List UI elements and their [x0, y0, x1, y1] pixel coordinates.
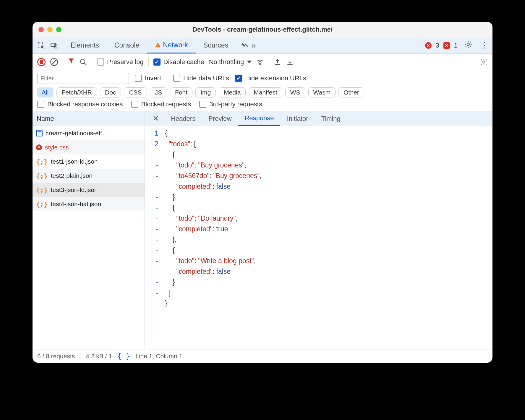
detail-tab-preview[interactable]: Preview — [202, 111, 238, 126]
blocked-requests-checkbox[interactable]: Blocked requests — [131, 100, 191, 108]
detail-tab-initiator[interactable]: Initiator — [280, 111, 315, 126]
request-row[interactable]: {;}test1-json-ld.json — [33, 154, 145, 169]
svg-point-8 — [260, 64, 261, 65]
disable-cache-checkbox[interactable]: Disable cache — [153, 58, 204, 66]
request-row[interactable]: {;}test4-json-hal.json — [33, 197, 145, 211]
clear-button[interactable] — [50, 58, 58, 66]
type-chip-manifest[interactable]: Manifest — [249, 87, 282, 97]
tab-console[interactable]: Console — [107, 37, 147, 53]
request-list-header: Name — [33, 111, 145, 126]
line-gutter: 12--------------- — [145, 128, 163, 349]
status-transfer: 4.2 kB / 1 — [86, 353, 112, 360]
svg-rect-3 — [158, 44, 158, 46]
document-icon — [36, 130, 43, 136]
error-count: 3 — [436, 42, 439, 49]
request-row[interactable]: {;}test3-json-ld.json — [33, 183, 145, 197]
request-row[interactable]: ✕style.css — [33, 140, 145, 154]
detail-tab-headers[interactable]: Headers — [164, 111, 202, 126]
type-chip-fetchxhr[interactable]: Fetch/XHR — [56, 87, 97, 97]
minimize-window-button[interactable] — [47, 27, 53, 32]
response-viewer: 12--------------- { "todos": [ { "todo":… — [145, 126, 492, 349]
detail-tab-response[interactable]: Response — [238, 111, 280, 126]
detail-tabs: ✕ HeadersPreviewResponseInitiatorTiming — [145, 111, 492, 126]
hide-data-urls-checkbox[interactable]: Hide data URLs — [173, 74, 229, 82]
detail-pane: ✕ HeadersPreviewResponseInitiatorTiming … — [145, 111, 492, 349]
statusbar: 6 / 8 requests 4.2 kB / 1 { } Line 1, Co… — [33, 349, 492, 363]
issue-count: 1 — [454, 42, 458, 49]
request-list-column: Name cream-gelatinous-eff…✕style.css{;}t… — [33, 111, 145, 349]
window-title: DevTools - cream-gelatinous-effect.glitc… — [33, 26, 492, 33]
settings-button[interactable] — [460, 40, 477, 51]
error-icon: ✕ — [36, 144, 42, 150]
request-row[interactable]: cream-gelatinous-eff… — [33, 126, 145, 140]
devtools-window: DevTools - cream-gelatinous-effect.glitc… — [33, 22, 492, 363]
type-chip-wasm[interactable]: Wasm — [308, 87, 336, 97]
status-requests: 6 / 8 requests — [37, 353, 75, 360]
svg-point-6 — [80, 59, 85, 64]
download-har-icon[interactable] — [286, 58, 294, 66]
device-toggle-icon[interactable] — [50, 42, 58, 49]
kebab-menu-button[interactable]: ⋮ — [477, 41, 492, 50]
tab-sources[interactable]: Sources — [196, 37, 236, 53]
titlebar: DevTools - cream-gelatinous-effect.glitc… — [33, 22, 492, 37]
close-window-button[interactable] — [38, 27, 44, 32]
json-icon: {;} — [36, 158, 48, 165]
svg-point-5 — [467, 43, 469, 45]
more-tabs-button[interactable]: » — [236, 41, 261, 50]
pretty-print-icon[interactable]: { } — [117, 352, 130, 360]
search-icon[interactable] — [80, 58, 87, 66]
svg-rect-4 — [158, 46, 158, 47]
inspect-icon[interactable] — [37, 42, 45, 49]
type-filter-chips: AllFetch/XHRDocCSSJSFontImgMediaManifest… — [33, 86, 492, 99]
network-toolbar: Preserve log Disable cache No throttling — [33, 54, 492, 70]
tab-network[interactable]: Network — [147, 37, 195, 53]
more-filters-row: Blocked response cookies Blocked request… — [33, 99, 492, 111]
request-list: cream-gelatinous-eff…✕style.css{;}test1-… — [33, 126, 145, 349]
type-chip-doc[interactable]: Doc — [100, 87, 121, 97]
preserve-log-checkbox[interactable]: Preserve log — [97, 58, 144, 66]
panel-tabs: Elements Console Network Sources » ✕ 3 ✕… — [33, 37, 492, 54]
hide-extension-urls-checkbox[interactable]: Hide extension URLs — [235, 74, 306, 82]
type-chip-font[interactable]: Font — [170, 87, 192, 97]
blocked-cookies-checkbox[interactable]: Blocked response cookies — [37, 100, 123, 108]
request-label: test2-plain.json — [51, 172, 93, 179]
json-icon: {;} — [36, 172, 48, 180]
type-chip-other[interactable]: Other — [338, 87, 364, 97]
warning-icon — [155, 42, 161, 48]
wifi-icon[interactable] — [256, 58, 264, 66]
json-icon: {;} — [36, 201, 48, 208]
code-content[interactable]: { "todos": [ { "todo": "Buy groceries", … — [163, 128, 492, 349]
type-chip-media[interactable]: Media — [219, 87, 246, 97]
filter-row: Invert Hide data URLs Hide extension URL… — [33, 70, 492, 86]
detail-tab-timing[interactable]: Timing — [315, 111, 347, 126]
request-row[interactable]: {;}test2-plain.json — [33, 169, 145, 183]
filter-input[interactable] — [37, 73, 129, 84]
traffic-lights — [33, 27, 61, 32]
type-chip-ws[interactable]: WS — [285, 87, 305, 97]
request-label: test4-json-hal.json — [51, 201, 101, 208]
third-party-checkbox[interactable]: 3rd-party requests — [199, 100, 262, 108]
tab-elements[interactable]: Elements — [63, 37, 107, 53]
svg-point-9 — [483, 61, 485, 63]
content-area: Name cream-gelatinous-eff…✕style.css{;}t… — [33, 111, 492, 349]
status-cursor: Line 1, Column 1 — [135, 353, 182, 360]
close-icon[interactable]: ✕ — [147, 114, 164, 123]
type-chip-img[interactable]: Img — [195, 87, 216, 97]
request-label: style.css — [45, 144, 69, 151]
request-label: test1-json-ld.json — [51, 158, 98, 165]
type-chip-js[interactable]: JS — [150, 87, 167, 97]
record-button[interactable] — [37, 58, 46, 66]
svg-line-7 — [84, 63, 86, 65]
error-badge-icon[interactable]: ✕ — [425, 42, 432, 49]
issue-badge-icon[interactable]: ✕ — [443, 42, 450, 49]
json-icon: {;} — [36, 186, 48, 194]
maximize-window-button[interactable] — [56, 27, 61, 32]
network-settings-icon[interactable] — [480, 58, 488, 66]
invert-checkbox[interactable]: Invert — [135, 74, 161, 82]
type-chip-all[interactable]: All — [37, 87, 54, 97]
filter-toggle-icon[interactable] — [68, 57, 75, 66]
throttling-select[interactable]: No throttling — [209, 58, 252, 66]
upload-har-icon[interactable] — [274, 58, 281, 66]
type-chip-css[interactable]: CSS — [124, 87, 147, 97]
request-label: test3-json-ld.json — [51, 186, 98, 193]
